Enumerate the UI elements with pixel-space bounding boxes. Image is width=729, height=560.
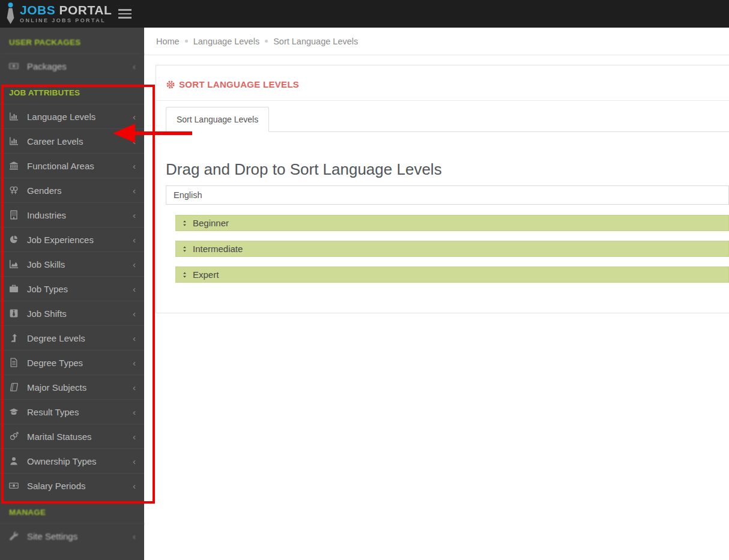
tab-sort-language-levels[interactable]: Sort Language Levels (166, 107, 269, 132)
user-icon (9, 456, 19, 466)
sidebar-item-language-levels[interactable]: Language Levels‹ (0, 104, 144, 128)
gear-icon (166, 80, 175, 89)
sidebar-item-label: Genders (27, 185, 133, 196)
venus-double-icon (9, 185, 19, 195)
sidebar-item-label: Job Types (27, 284, 133, 294)
sidebar-item-label: Site Settings (27, 531, 133, 541)
sidebar-item-degree-types[interactable]: Degree Types‹ (0, 350, 144, 375)
pie-chart-icon (9, 235, 19, 244)
sortable-item-label: Expert (193, 269, 219, 280)
page-title-label: SORT LANGUAGE LEVELS (179, 79, 299, 89)
chevron-left-icon: ‹ (133, 432, 136, 441)
sidebar-nav: USER PACKAGESPackages‹JOB ATTRIBUTESLang… (0, 28, 144, 560)
sidebar-item-label: Ownership Types (27, 456, 133, 466)
top-bar: JOBS PORTAL ONLINE JOBS PORTAL (0, 0, 729, 28)
breadcrumb-separator-icon (265, 40, 268, 43)
sortable-item-beginner[interactable]: Beginner (175, 215, 729, 231)
chevron-left-icon: ‹ (133, 309, 136, 318)
sidebar-item-genders[interactable]: Genders‹ (0, 178, 144, 202)
sidebar-item-label: Language Levels (27, 112, 133, 122)
chevron-left-icon: ‹ (133, 260, 136, 269)
chevron-left-icon: ‹ (133, 112, 136, 121)
page-title: SORT LANGUAGE LEVELS (156, 65, 729, 101)
sidebar-item-industries[interactable]: Industries‹ (0, 202, 144, 227)
sidebar-item-job-types[interactable]: Job Types‹ (0, 276, 144, 301)
sidebar-item-salary-periods[interactable]: Salary Periods‹ (0, 473, 144, 498)
sidebar-item-packages[interactable]: Packages‹ (0, 53, 144, 78)
sortable-item-intermediate[interactable]: Intermediate (175, 241, 729, 257)
graduation-cap-icon (9, 407, 19, 417)
hamburger-menu-icon[interactable] (118, 9, 132, 21)
file-text-icon (9, 358, 19, 367)
sort-handle-icon[interactable] (181, 219, 188, 227)
wrench-icon (9, 531, 19, 541)
sidebar-item-label: Result Types (27, 407, 133, 417)
sidebar-item-degree-levels[interactable]: Degree Levels‹ (0, 325, 144, 350)
sidebar-item-major-subjects[interactable]: Major Subjects‹ (0, 375, 144, 399)
sidebar-item-label: Packages (27, 61, 133, 71)
sortable-item-expert[interactable]: Expert (175, 266, 729, 283)
chevron-left-icon: ‹ (133, 161, 136, 170)
breadcrumb-separator-icon (185, 40, 188, 43)
main-content: HomeLanguage LevelsSort Language Levels … (144, 28, 729, 560)
sortable-item-label: Beginner (193, 218, 229, 228)
chevron-left-icon: ‹ (133, 137, 136, 146)
money-icon (9, 61, 19, 71)
breadcrumb: HomeLanguage LevelsSort Language Levels (144, 28, 729, 55)
sidebar-section-heading: USER PACKAGES (0, 28, 144, 53)
money-icon (9, 481, 19, 490)
sidebar-item-label: Degree Levels (27, 333, 133, 343)
chevron-left-icon: ‹ (133, 285, 136, 294)
sidebar-item-job-experiences[interactable]: Job Experiences‹ (0, 227, 144, 251)
sidebar-section: USER PACKAGESPackages‹ (0, 28, 144, 78)
breadcrumb-item-sort-language-levels: Sort Language Levels (273, 37, 358, 46)
chevron-left-icon: ‹ (133, 457, 136, 466)
sidebar-item-label: Career Levels (27, 136, 133, 146)
sidebar-item-functional-areas[interactable]: Functional Areas‹ (0, 153, 144, 178)
sidebar-section: MANAGESite Settings‹ (0, 498, 144, 548)
sidebar-item-label: Job Skills (27, 259, 133, 269)
chevron-left-icon: ‹ (133, 383, 136, 392)
sidebar-item-label: Marital Statuses (27, 432, 133, 442)
sidebar-item-label: Job Shifts (27, 309, 133, 319)
bank-icon (9, 161, 19, 170)
sidebar-item-job-shifts[interactable]: Job Shifts‹ (0, 301, 144, 325)
sidebar-item-label: Industries (27, 210, 133, 220)
sort-panel: SORT LANGUAGE LEVELS Sort Language Level… (156, 65, 729, 313)
sidebar-item-site-settings[interactable]: Site Settings‹ (0, 523, 144, 548)
tab-row: Sort Language Levels (156, 101, 729, 132)
chevron-left-icon: ‹ (133, 532, 136, 541)
sidebar-item-label: Job Experiences (27, 235, 133, 245)
logo-subtitle: ONLINE JOBS PORTAL (20, 18, 112, 23)
chevron-left-icon: ‹ (133, 186, 136, 195)
sidebar-item-career-levels[interactable]: Career Levels‹ (0, 128, 144, 153)
sortable-list: BeginnerIntermediateExpert (175, 215, 729, 283)
drag-drop-heading: Drag and Drop to Sort Language Levels (166, 160, 729, 179)
chevron-left-icon: ‹ (133, 334, 136, 343)
sidebar-item-label: Major Subjects (27, 382, 133, 393)
logo-title: JOBS PORTAL (20, 4, 112, 16)
language-group-header: English (166, 185, 729, 205)
book-icon (9, 382, 19, 392)
sidebar-item-result-types[interactable]: Result Types‹ (0, 399, 144, 424)
breadcrumb-item-language-levels[interactable]: Language Levels (193, 37, 259, 46)
level-up-icon (9, 333, 19, 343)
tab-content: Drag and Drop to Sort Language Levels En… (156, 132, 729, 283)
tie-icon (9, 309, 19, 318)
building-icon (9, 210, 19, 220)
sidebar-item-ownership-types[interactable]: Ownership Types‹ (0, 448, 144, 473)
bar-chart-icon (9, 136, 19, 146)
sidebar-item-job-skills[interactable]: Job Skills‹ (0, 251, 144, 276)
area-chart-icon (9, 259, 19, 269)
tie-logo-icon (5, 2, 16, 25)
sidebar-section-heading: MANAGE (0, 498, 144, 523)
sort-handle-icon[interactable] (181, 271, 188, 279)
sort-handle-icon[interactable] (181, 245, 188, 253)
sidebar-item-marital-statuses[interactable]: Marital Statuses‹ (0, 424, 144, 448)
breadcrumb-item-home[interactable]: Home (156, 37, 180, 46)
sidebar-section: JOB ATTRIBUTESLanguage Levels‹Career Lev… (0, 78, 144, 498)
sidebar-item-label: Salary Periods (27, 481, 133, 491)
sidebar-item-label: Functional Areas (27, 161, 133, 171)
bar-chart-icon (9, 112, 19, 121)
chevron-left-icon: ‹ (133, 211, 136, 220)
